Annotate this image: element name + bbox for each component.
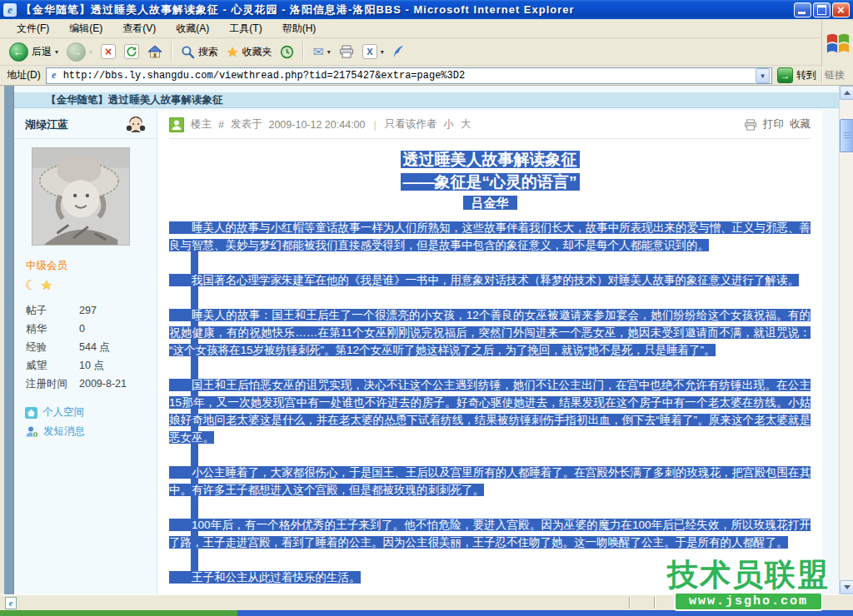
menu-bar: 文件(F) 编辑(E) 查看(V) 收藏(A) 工具(T) 帮助(H) — [0, 19, 821, 38]
font-small-link[interactable]: 小 — [443, 117, 454, 132]
edit-button[interactable] — [358, 42, 388, 61]
member-rank: 中级会员 — [26, 259, 157, 273]
user-row: 湖绿江蓝 — [14, 111, 157, 139]
stat-value: 0 — [79, 320, 85, 338]
search-button[interactable]: 搜索 — [177, 43, 222, 61]
back-chevron-down-icon[interactable] — [55, 48, 58, 56]
messenger-button[interactable] — [388, 43, 408, 60]
menu-file[interactable]: 文件(F) — [7, 19, 59, 38]
refresh-icon — [124, 44, 139, 59]
scroll-up-button[interactable] — [840, 86, 853, 100]
avatar-photo[interactable] — [32, 147, 130, 246]
favorites-button[interactable]: 收藏夹 — [222, 42, 276, 62]
close-button[interactable] — [832, 2, 850, 17]
forum-page: 【金华随笔】透过睡美人故事解读象征 湖绿江蓝 — [14, 86, 839, 594]
forward-button[interactable] — [62, 41, 97, 63]
member-medals — [25, 278, 157, 293]
menu-edit[interactable]: 编辑(E) — [59, 19, 112, 38]
personal-space-link[interactable]: 个人空间 — [25, 403, 157, 422]
post-table: 湖绿江蓝 — [14, 111, 822, 594]
font-large-link[interactable]: 大 — [461, 117, 471, 132]
window-titlebar: 【金华随笔】透过睡美人故事解读象征 - 心灵花园 - 洛阳信息港-洛阳BBS -… — [0, 0, 853, 19]
post-paragraph: 国王和王后怕恶女巫的诅咒实现，决心不让这个公主遇到纺锤，她们不让公主出门，在宫中… — [169, 376, 811, 446]
status-page-icon — [5, 597, 17, 609]
stop-icon — [101, 44, 116, 59]
paragraph-text: 睡美人的故事与小红帽等童话故事一样为人们所熟知，这些故事伴着我们长大，故事中所表… — [169, 221, 811, 251]
history-button[interactable] — [276, 43, 298, 61]
post-paragraph: 小公主睡着了，大家都很伤心，于是国王、王后以及宫里所有的人都睡着了。在宫殿外长满… — [169, 464, 811, 499]
go-label: 转到 — [796, 68, 816, 82]
stat-value: 2009-8-21 — [79, 375, 127, 393]
minimize-button[interactable] — [794, 2, 811, 17]
post-column: 楼主 # 发表于 2009-10-12 20:44:00 只看该作者 小 大 — [157, 111, 822, 594]
stat-register-date: 注册时间 2009-8-21 — [26, 375, 157, 393]
address-bar: 地址(D) http://bbs.ly.shangdu.com/viewthre… — [0, 66, 853, 86]
favorite-post-link[interactable]: 收藏 — [790, 117, 811, 132]
stat-prestige: 威望 10 点 — [26, 356, 157, 375]
menu-view[interactable]: 查看(V) — [112, 19, 166, 38]
taskbar-blue-segment — [237, 610, 853, 616]
watermark-title: 技术员联盟 — [667, 559, 830, 591]
personal-space-label: 个人空间 — [42, 403, 84, 422]
address-label: 地址(D) — [7, 68, 41, 82]
back-button[interactable]: 后退 — [5, 41, 62, 63]
edit-chevron-down-icon[interactable] — [381, 48, 384, 56]
messenger-icon — [392, 45, 404, 58]
address-input[interactable]: http://bbs.ly.shangdu.com/viewthread.php… — [46, 67, 772, 84]
post-title-line2-wrap: ——象征是“心灵的语言” — [169, 171, 811, 192]
user-sidebar: 湖绿江蓝 — [14, 111, 157, 594]
stat-label: 帖子 — [26, 301, 79, 320]
header-divider — [372, 119, 378, 131]
search-icon — [181, 45, 195, 59]
post-paragraph: 睡美人的故事：国王和王后生了一个很漂亮的小女孩，12个善良的女巫被邀请来参加宴会… — [169, 306, 811, 359]
chevron-down-icon — [844, 585, 851, 589]
stop-button[interactable] — [97, 42, 120, 61]
scroll-down-button[interactable] — [840, 580, 853, 594]
links-label[interactable]: 链接 — [825, 68, 845, 82]
paragraph-text: 睡美人的故事：国王和王后生了一个很漂亮的小女孩，12个善良的女巫被邀请来参加宴会… — [169, 309, 811, 356]
back-label: 后退 — [32, 45, 52, 59]
window-title: 【金华随笔】透过睡美人故事解读象征 - 心灵花园 - 洛阳信息港-洛阳BBS -… — [21, 2, 792, 17]
paragraph-text: 小公主睡着了，大家都很伤心，于是国王、王后以及宫里所有的人都睡着了。在宫殿外长满… — [169, 466, 811, 496]
home-button[interactable] — [143, 43, 167, 60]
paragraph-text: 王子和公主从此过着快乐的生活。 — [169, 571, 361, 584]
edit-icon — [362, 44, 377, 59]
floor-number-link[interactable]: # — [218, 119, 224, 131]
stat-label: 精华 — [26, 320, 79, 338]
page-left-margin — [4, 86, 14, 594]
windows-flag-icon — [826, 30, 851, 55]
vertical-scrollbar[interactable] — [839, 86, 853, 594]
send-message-label: 发短消息 — [43, 422, 85, 441]
menu-help[interactable]: 帮助(H) — [272, 19, 327, 38]
username-link[interactable]: 湖绿江蓝 — [25, 117, 68, 132]
thread-title-bar: 【金华随笔】透过睡美人故事解读象征 — [14, 92, 839, 108]
scroll-thumb[interactable] — [840, 119, 853, 152]
star-medal-icon — [41, 278, 52, 292]
print-button[interactable] — [335, 43, 358, 60]
favorites-star-icon — [227, 44, 238, 60]
send-message-link[interactable]: 发短消息 — [25, 422, 157, 441]
restore-button[interactable] — [813, 2, 831, 17]
go-button[interactable]: 转到 — [777, 67, 816, 83]
forward-icon — [67, 42, 86, 62]
thread-title: 【金华随笔】透过睡美人故事解读象征 — [46, 93, 223, 107]
home-space-icon — [25, 407, 37, 419]
mail-button[interactable] — [308, 42, 334, 62]
member-cartoon-icon — [123, 114, 148, 136]
only-author-link[interactable]: 只看该作者 — [385, 117, 437, 132]
menu-tools[interactable]: 工具(T) — [219, 19, 272, 38]
toolbar-separator — [302, 42, 304, 62]
stat-value: 544 点 — [79, 338, 110, 356]
menu-favorites[interactable]: 收藏(A) — [166, 19, 219, 38]
mail-chevron-down-icon[interactable] — [327, 48, 331, 56]
refresh-button[interactable] — [120, 42, 143, 61]
print-post-link[interactable]: 打印 — [763, 117, 784, 132]
forward-chevron-down-icon — [89, 48, 92, 56]
back-icon — [9, 42, 28, 62]
stat-label: 注册时间 — [26, 375, 79, 393]
printer-icon — [339, 45, 354, 58]
status-pane-separator — [654, 597, 656, 609]
send-message-icon — [25, 425, 38, 438]
home-icon — [147, 45, 162, 58]
address-dropdown-button[interactable] — [756, 68, 770, 83]
